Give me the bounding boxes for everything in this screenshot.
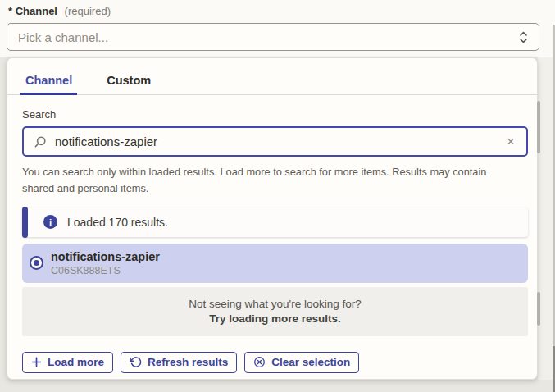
radio-selected-icon[interactable]	[30, 256, 43, 270]
result-name: notifications-zapier	[51, 250, 160, 264]
refresh-icon	[130, 356, 142, 368]
tab-channel[interactable]: Channel	[20, 71, 77, 94]
channel-picker-page: * Channel (required) Pick a channel... C…	[0, 0, 555, 392]
required-asterisk: *	[8, 5, 12, 17]
select-placeholder: Pick a channel...	[18, 30, 519, 44]
action-button-row: Load more Refresh results	[22, 352, 527, 373]
panel-scrollbar-thumb[interactable]	[537, 101, 540, 153]
search-label: Search	[22, 108, 527, 121]
search-helper-text: You can search only within loaded result…	[22, 164, 521, 198]
clear-selection-button[interactable]: Clear selection	[244, 352, 359, 373]
panel-scrollbar-thumb[interactable]	[537, 292, 540, 326]
result-row-selected[interactable]: notifications-zapier C06SK888ETS	[22, 244, 528, 283]
search-icon	[34, 135, 47, 148]
channel-dropdown-panel: Channel Custom Search × You can search o…	[7, 57, 538, 380]
hint-question: Not seeing what you're looking for?	[189, 298, 361, 310]
hint-suggestion: Try loading more results.	[209, 312, 341, 325]
circle-x-icon	[253, 356, 266, 368]
panel-content: Search × You can search only within load…	[7, 95, 537, 373]
tab-custom[interactable]: Custom	[102, 71, 156, 94]
required-note: (required)	[65, 5, 111, 17]
load-more-button[interactable]: Load more	[22, 352, 113, 373]
alert-text: Loaded 170 results.	[67, 216, 168, 229]
refresh-results-label: Refresh results	[148, 356, 228, 368]
radio-dot	[34, 260, 39, 266]
clear-selection-label: Clear selection	[271, 356, 350, 368]
result-texts: notifications-zapier C06SK888ETS	[51, 250, 160, 277]
sort-chevrons-icon	[519, 30, 528, 44]
refresh-results-button[interactable]: Refresh results	[121, 352, 237, 373]
info-icon: i	[43, 215, 57, 229]
result-id: C06SK888ETS	[51, 265, 160, 276]
alert-accent-bar	[22, 207, 28, 238]
field-label: * Channel (required)	[8, 5, 111, 17]
no-results-hint: Not seeing what you're looking for? Try …	[22, 287, 528, 336]
search-field: ×	[22, 126, 528, 157]
channel-select[interactable]: Pick a channel...	[7, 23, 539, 51]
tab-bar: Channel Custom	[7, 58, 537, 95]
field-label-text: Channel	[16, 5, 57, 17]
load-more-label: Load more	[48, 356, 104, 368]
search-input[interactable]	[55, 134, 505, 148]
plus-icon	[31, 357, 42, 367]
clear-search-icon[interactable]: ×	[505, 134, 516, 148]
loaded-results-alert: i Loaded 170 results.	[22, 207, 528, 237]
